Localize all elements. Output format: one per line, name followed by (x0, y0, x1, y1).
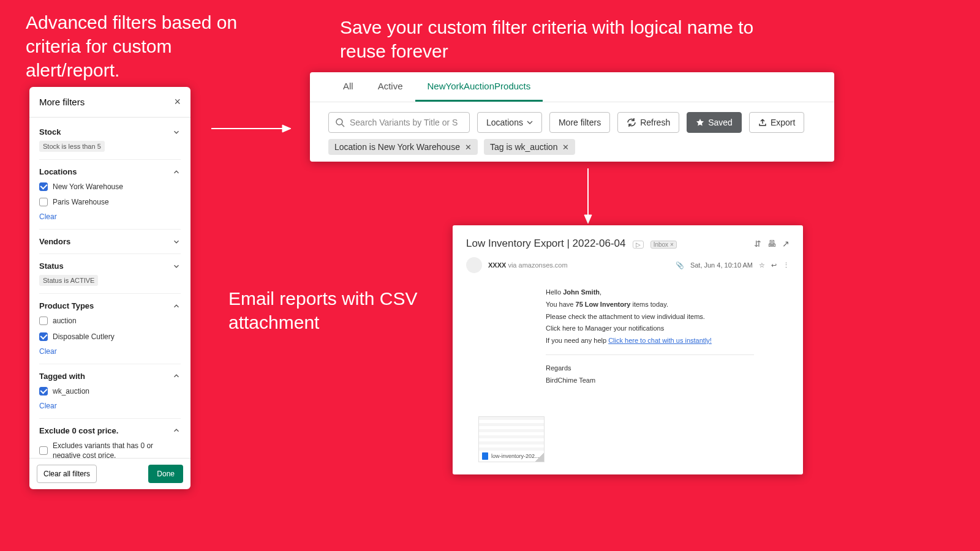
search-icon (335, 118, 345, 127)
export-button[interactable]: Export (749, 112, 804, 133)
svg-point-4 (336, 119, 342, 125)
more-filters-title: More filters (39, 97, 85, 107)
checkbox-nyw[interactable] (39, 182, 48, 191)
checkbox-auction[interactable] (39, 317, 48, 325)
chevron-up-icon (172, 426, 181, 435)
filter-section-tagged[interactable]: Tagged with (39, 372, 181, 381)
ptype-auction-label: auction (53, 316, 77, 326)
arrow-down-icon (582, 168, 594, 223)
refresh-button[interactable]: Refresh (617, 112, 679, 133)
attachment-icon: 📎 (676, 261, 684, 269)
done-button[interactable]: Done (148, 465, 183, 483)
caption-email: Email reports with CSV attachment (228, 287, 431, 334)
tag-wkauction-label: wk_auction (53, 386, 89, 396)
filter-chip-tag[interactable]: Tag is wk_auction ✕ (484, 139, 576, 155)
close-icon[interactable]: × (174, 96, 181, 108)
attachment-name: low-inventory-202... (491, 453, 540, 459)
doc-icon (482, 452, 488, 460)
arrow-right-icon (211, 122, 291, 135)
email-date: Sat, Jun 4, 10:10 AM (690, 261, 753, 269)
chip-close-icon[interactable]: ✕ (465, 143, 472, 152)
filter-stock-pill: Stock is less than 5 (39, 141, 105, 152)
more-filters-button[interactable]: More filters (549, 112, 610, 133)
search-input[interactable]: Search Variants by Title or S (328, 112, 470, 133)
checkbox-excl[interactable] (39, 446, 48, 455)
avatar (466, 257, 482, 273)
location-nyw-label: New York Warehouse (53, 182, 123, 192)
email-subject: Low Inventory Export | 2022-06-04 (466, 238, 626, 249)
clear-locations[interactable]: Clear (39, 212, 57, 221)
help-link[interactable]: Click here to chat with us instantly! (608, 337, 712, 344)
saved-button-label: Saved (708, 118, 733, 127)
filter-section-locations[interactable]: Locations (39, 167, 181, 176)
open-new-icon[interactable]: ↗ (782, 239, 790, 249)
chevron-down-icon (172, 262, 181, 271)
email-preview: Low Inventory Export | 2022-06-04 ▷ Inbo… (453, 225, 803, 474)
filter-section-status[interactable]: Status (39, 261, 181, 271)
chip-close-icon[interactable]: ✕ (562, 143, 569, 152)
clear-all-filters-button[interactable]: Clear all filters (37, 465, 97, 483)
chevron-down-icon (172, 128, 181, 137)
filter-section-ptypes[interactable]: Product Types (39, 301, 181, 310)
chevron-up-icon (172, 168, 181, 176)
export-button-label: Export (771, 118, 795, 127)
expand-icon[interactable]: ⇵ (754, 239, 761, 249)
reply-icon[interactable]: ↩ (771, 261, 777, 269)
ptype-option-auction[interactable]: auction (39, 316, 181, 326)
page-fold-icon (535, 453, 544, 462)
filter-locations-label: Locations (39, 167, 77, 176)
more-icon[interactable]: ⋮ (783, 261, 790, 269)
svg-marker-3 (584, 215, 592, 223)
location-option-paris[interactable]: Paris Warehouse (39, 197, 181, 207)
attachment-thumb (479, 417, 544, 451)
clear-ptypes[interactable]: Clear (39, 347, 57, 356)
filter-tagged-label: Tagged with (39, 372, 85, 381)
email-body: Hello John Smith, You have 75 Low Invent… (546, 287, 754, 387)
excl-option[interactable]: Excludes variants that has 0 or negative… (39, 441, 181, 458)
clear-tagged[interactable]: Clear (39, 402, 57, 410)
filter-vendors-label: Vendors (39, 237, 70, 246)
checkbox-paris[interactable] (39, 198, 48, 206)
refresh-icon (627, 118, 636, 127)
filter-section-excl[interactable]: Exclude 0 cost price. (39, 426, 181, 435)
chevron-down-icon (172, 238, 181, 246)
export-icon (758, 118, 767, 127)
tab-active[interactable]: Active (366, 72, 415, 102)
checkbox-cutlery[interactable] (39, 332, 48, 341)
excl-option-label: Excludes variants that has 0 or negative… (53, 441, 181, 458)
ptype-cutlery-label: Disposable Cutlery (53, 332, 115, 342)
saved-button[interactable]: Saved (687, 112, 742, 133)
print-icon[interactable]: 🖶 (767, 239, 776, 249)
email-inbox-label[interactable]: Inbox × (650, 241, 677, 249)
checkbox-wkauction[interactable] (39, 387, 48, 395)
chevron-up-icon (172, 372, 181, 380)
email-important-icon[interactable]: ▷ (633, 241, 644, 249)
chip-tag-label: Tag is wk_auction (490, 142, 558, 152)
filter-section-stock[interactable]: Stock (39, 127, 181, 137)
star-icon (696, 118, 704, 127)
tab-all[interactable]: All (331, 72, 366, 102)
caption-savefilter: Save your custom filter criteria with lo… (340, 15, 793, 63)
svg-marker-1 (282, 125, 291, 132)
refresh-button-label: Refresh (640, 118, 670, 127)
filter-chip-location[interactable]: Location is New York Warehouse ✕ (328, 139, 478, 155)
location-paris-label: Paris Warehouse (53, 197, 109, 207)
tag-option-wkauction[interactable]: wk_auction (39, 386, 181, 396)
saved-filter-bar: All Active NewYorkAuctionProducts Search… (310, 72, 834, 162)
tab-nyap[interactable]: NewYorkAuctionProducts (415, 72, 543, 102)
filter-status-pill: Status is ACTIVE (39, 275, 98, 286)
more-filters-panel: More filters × Stock Stock is less than … (29, 87, 190, 489)
filter-status-label: Status (39, 261, 64, 271)
caption-filters: Advanced filters based on criteria for c… (26, 10, 240, 82)
chevron-up-icon (172, 302, 181, 310)
filter-stock-label: Stock (39, 127, 61, 137)
svg-line-5 (342, 124, 344, 127)
location-option-nyw[interactable]: New York Warehouse (39, 182, 181, 192)
filter-section-vendors[interactable]: Vendors (39, 237, 181, 246)
ptype-option-cutlery[interactable]: Disposable Cutlery (39, 332, 181, 342)
email-attachment[interactable]: low-inventory-202... (478, 416, 545, 462)
search-placeholder: Search Variants by Title or S (350, 118, 458, 127)
locations-button[interactable]: Locations (477, 112, 542, 133)
filter-excl-label: Exclude 0 cost price. (39, 426, 118, 435)
star-icon[interactable]: ☆ (759, 261, 765, 269)
